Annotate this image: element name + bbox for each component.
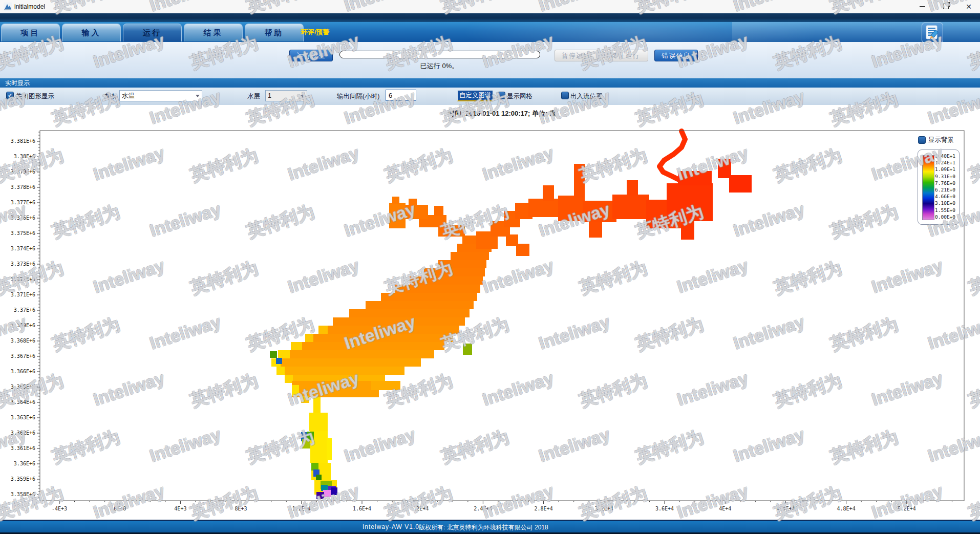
watermark-text: 英特利为 xyxy=(827,425,901,469)
output-interval-input[interactable] xyxy=(386,90,416,101)
heat-cell xyxy=(278,350,434,358)
show-grid-checkbox[interactable] xyxy=(498,92,505,99)
heat-cell xyxy=(438,260,486,268)
watermark-text: Inteliway xyxy=(925,312,980,353)
tab-result[interactable]: 结果 xyxy=(184,24,243,41)
heat-cell xyxy=(349,309,470,317)
tab-project[interactable]: 项目 xyxy=(1,24,60,41)
watermark-text: Inteliway xyxy=(480,368,556,410)
layer-select[interactable]: 1 xyxy=(265,90,307,101)
minimize-button[interactable] xyxy=(911,0,933,13)
heat-cell xyxy=(392,197,399,204)
watermark-text: 英特利为 xyxy=(382,256,456,300)
watermark-text: Inteliway xyxy=(285,481,361,522)
y-tick-label: 3.379E+6 xyxy=(11,169,35,175)
heat-cell xyxy=(328,486,336,493)
tab-run[interactable]: 运行 xyxy=(123,24,182,41)
watermark-text: Inteliway xyxy=(91,143,167,184)
heat-cell xyxy=(270,351,277,358)
y-tick-label: 3.38E+6 xyxy=(14,154,35,159)
flow-positions-checkbox[interactable] xyxy=(561,92,569,99)
run-model-button[interactable]: 运行模型 xyxy=(289,50,333,61)
heat-cell xyxy=(400,205,428,219)
pause-run-button[interactable]: 暂停运行 xyxy=(555,50,598,61)
y-tick-label: 3.366E+6 xyxy=(11,369,35,374)
restore-button[interactable] xyxy=(934,0,957,13)
show-background-row: 显示背景 xyxy=(918,136,954,144)
error-info-button[interactable]: 错误信息 xyxy=(654,50,698,61)
watermark-text: 英特利为 xyxy=(577,143,650,187)
watermark-text: Inteliway xyxy=(925,424,980,466)
show-grid-label: 显示网格 xyxy=(507,92,532,101)
heat-cell xyxy=(318,326,328,334)
y-tick-label: 3.358E+6 xyxy=(11,492,35,497)
stop-run-button[interactable]: 终止运行 xyxy=(603,50,648,61)
watermark-text: 英特利为 xyxy=(438,200,512,244)
chevron-down-icon xyxy=(301,95,305,97)
x-tick-label: 1.6E+4 xyxy=(353,506,371,511)
heat-cell xyxy=(457,244,492,252)
heat-cell xyxy=(311,463,331,480)
custom-palette-button[interactable]: 自定义图谱 xyxy=(457,90,493,101)
watermark-text: 英特利为 xyxy=(771,256,845,300)
indicator-select[interactable]: 水温 xyxy=(119,90,202,101)
y-tick-label: 3.368E+6 xyxy=(11,338,35,344)
watermark-text: 英特利为 xyxy=(382,143,456,187)
watermark-text: 英特利为 xyxy=(827,200,901,244)
heat-cell xyxy=(331,487,337,495)
env-assessment-warning-link[interactable]: 环评/预警 xyxy=(301,28,330,37)
close-graph-checkbox[interactable]: ✔ xyxy=(6,92,14,99)
y-tick-label: 3.372E+6 xyxy=(11,276,35,282)
heat-cell xyxy=(276,367,404,375)
close-graph-label: 关闭图形显示 xyxy=(16,92,54,101)
flow-positions-label: 出入流位置 xyxy=(570,92,603,101)
check-icon: ✔ xyxy=(8,93,12,98)
run-toolbar: 运行模型 暂停运行 终止运行 错误信息 xyxy=(0,42,980,78)
ribbon-top-strip xyxy=(0,13,980,22)
watermark-text: 英特利为 xyxy=(49,200,123,244)
heat-cell xyxy=(612,195,649,219)
close-button[interactable]: ✕ xyxy=(957,0,980,13)
watermark-text: 英特利为 xyxy=(244,200,317,244)
y-tick-label: 3.363E+6 xyxy=(11,415,35,420)
watermark-text: Inteliway xyxy=(480,255,556,297)
heat-cell xyxy=(292,383,371,391)
watermark-text: 英特利为 xyxy=(49,425,123,469)
x-tick-label: 0E+0 xyxy=(114,506,126,511)
watermark-text: 英特利为 xyxy=(771,481,845,525)
heat-cell xyxy=(438,225,465,237)
heat-cell xyxy=(271,358,421,367)
layer-value: 1 xyxy=(268,92,271,99)
show-background-checkbox[interactable] xyxy=(918,136,926,144)
document-pencil-glyph xyxy=(922,23,942,41)
watermark-text: Inteliway xyxy=(536,199,612,241)
legend-gradient-bar xyxy=(922,155,934,220)
heat-cell xyxy=(381,293,477,301)
watermark-text: 英特利为 xyxy=(0,256,67,300)
tab-input[interactable]: 输入 xyxy=(62,24,121,41)
heat-cell xyxy=(667,183,713,221)
heat-cell xyxy=(515,203,532,219)
heat-cell xyxy=(305,334,313,342)
document-edit-icon[interactable] xyxy=(922,23,943,43)
heat-cell xyxy=(574,164,585,198)
watermark-text: Inteliway xyxy=(91,368,167,410)
heat-cell xyxy=(276,367,285,375)
legend-value: 4.66E+0 xyxy=(935,194,957,199)
watermark-text: 英特利为 xyxy=(966,143,980,187)
window-title: initialmodel xyxy=(14,3,45,10)
heat-cell xyxy=(371,381,400,390)
app-version: Intelway-AW V1.0 xyxy=(363,523,419,530)
y-tick-label: 3.375E+6 xyxy=(11,230,35,236)
tab-help[interactable]: 帮助 xyxy=(245,24,304,41)
heat-cell xyxy=(389,203,406,228)
y-tick-label: 3.36E+6 xyxy=(14,461,35,466)
y-tick-label: 3.362E+6 xyxy=(11,430,35,436)
heat-cell xyxy=(301,396,309,403)
heat-cell xyxy=(434,206,443,216)
heat-cell xyxy=(451,252,489,260)
legend-value: 0.00E+0 xyxy=(935,214,957,220)
x-tick-label: 1.2E+4 xyxy=(292,506,311,511)
watermark-text: 英特利为 xyxy=(827,312,901,356)
watermark-text: 英特利为 xyxy=(382,481,456,525)
